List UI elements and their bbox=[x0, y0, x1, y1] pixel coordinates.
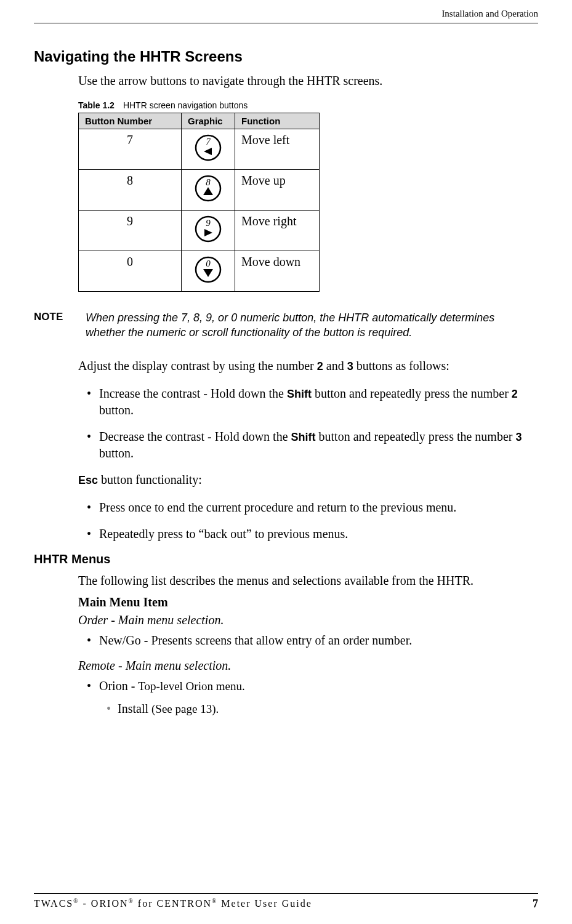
btn-function: Move right bbox=[235, 211, 320, 251]
contrast-list: Increase the contrast - Hold down the Sh… bbox=[78, 385, 538, 462]
esc-list: Press once to end the current procedure … bbox=[78, 499, 538, 542]
running-header: Installation and Operation bbox=[34, 0, 538, 23]
btn-function: Move down bbox=[235, 251, 320, 292]
footer-doc-title: TWACS® - ORION® for CENTRON® Meter User … bbox=[34, 898, 312, 910]
btn-graphic: 8 bbox=[182, 170, 235, 211]
svg-marker-5 bbox=[203, 187, 213, 195]
table-caption-text: HHTR screen navigation buttons bbox=[123, 100, 248, 110]
page-number: 7 bbox=[533, 898, 538, 910]
remote-list: Orion - Top-level Orion menu. Install (S… bbox=[78, 678, 538, 717]
btn-number: 8 bbox=[79, 170, 182, 211]
col-button-number: Button Number bbox=[79, 113, 182, 129]
table-header-row: Button Number Graphic Function bbox=[79, 113, 320, 129]
page-footer: TWACS® - ORION® for CENTRON® Meter User … bbox=[34, 893, 538, 910]
button-8-up-icon: 8 bbox=[195, 175, 222, 202]
esc-intro: Esc button functionality: bbox=[78, 472, 538, 488]
button-9-right-icon: 9 bbox=[195, 215, 222, 243]
table-row: 0 0 Move down bbox=[79, 251, 320, 292]
btn-function: Move left bbox=[235, 129, 320, 170]
svg-marker-8 bbox=[204, 229, 212, 236]
svg-marker-11 bbox=[203, 269, 213, 277]
list-item: Increase the contrast - Hold down the Sh… bbox=[99, 385, 538, 419]
list-item: New/Go - Presents screens that allow ent… bbox=[99, 632, 538, 649]
svg-text:9: 9 bbox=[206, 218, 211, 228]
btn-graphic: 0 bbox=[182, 251, 235, 292]
order-selection: Order - Main menu selection. bbox=[78, 613, 538, 627]
table-row: 9 9 Move right bbox=[79, 211, 320, 251]
btn-number: 7 bbox=[79, 129, 182, 170]
note-label: NOTE bbox=[34, 310, 86, 324]
svg-marker-2 bbox=[204, 148, 212, 155]
list-item: Install (See page 13). bbox=[118, 701, 538, 717]
btn-number: 0 bbox=[79, 251, 182, 292]
col-function: Function bbox=[235, 113, 320, 129]
svg-text:0: 0 bbox=[206, 259, 211, 268]
orion-sublist: Install (See page 13). bbox=[99, 701, 538, 717]
footer-rule bbox=[34, 893, 538, 894]
header-rule bbox=[34, 23, 538, 23]
table-caption-label: Table 1.2 bbox=[78, 100, 115, 110]
btn-graphic: 9 bbox=[182, 211, 235, 251]
table-caption: Table 1.2HHTR screen navigation buttons bbox=[78, 100, 538, 110]
intro-text: Use the arrow buttons to navigate throug… bbox=[78, 73, 538, 89]
order-list: New/Go - Presents screens that allow ent… bbox=[78, 632, 538, 649]
remote-selection: Remote - Main menu selection. bbox=[78, 659, 538, 673]
list-item: Repeatedly press to “back out” to previo… bbox=[99, 526, 538, 542]
list-item: Decrease the contrast - Hold down the Sh… bbox=[99, 428, 538, 462]
table-row: 7 7 Move left bbox=[79, 129, 320, 170]
svg-text:7: 7 bbox=[206, 137, 211, 147]
main-menu-item-head: Main Menu Item bbox=[78, 595, 538, 609]
button-0-down-icon: 0 bbox=[195, 256, 222, 283]
btn-number: 9 bbox=[79, 211, 182, 251]
table-row: 8 8 Move up bbox=[79, 170, 320, 211]
heading-hhtr-menus: HHTR Menus bbox=[34, 552, 538, 566]
button-7-left-icon: 7 bbox=[195, 134, 222, 161]
list-item: Press once to end the current procedure … bbox=[99, 499, 538, 516]
contrast-intro: Adjust the display contrast by using the… bbox=[78, 358, 538, 374]
list-item: Orion - Top-level Orion menu. Install (S… bbox=[99, 678, 538, 717]
menus-intro: The following list describes the menus a… bbox=[78, 572, 538, 589]
btn-graphic: 7 bbox=[182, 129, 235, 170]
btn-function: Move up bbox=[235, 170, 320, 211]
note-block: NOTE When pressing the 7, 8, 9, or 0 num… bbox=[34, 310, 538, 340]
note-body: When pressing the 7, 8, 9, or 0 numeric … bbox=[86, 310, 520, 340]
heading-navigating: Navigating the HHTR Screens bbox=[34, 48, 538, 65]
svg-text:8: 8 bbox=[206, 177, 211, 187]
nav-buttons-table: Button Number Graphic Function 7 7 M bbox=[78, 113, 320, 292]
col-graphic: Graphic bbox=[182, 113, 235, 129]
